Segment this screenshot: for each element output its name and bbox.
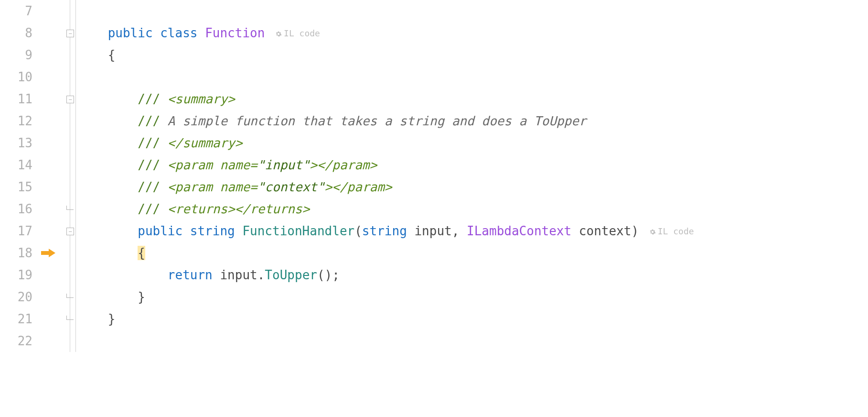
fold-toggle-icon[interactable]: − xyxy=(66,228,74,235)
line-number: 11 xyxy=(0,88,32,110)
il-code-inlay[interactable]: IL code xyxy=(639,226,694,236)
code-line[interactable]: } xyxy=(78,286,868,308)
fold-column[interactable]: −−− xyxy=(64,0,76,352)
code-line[interactable]: /// <param name="context"></param> xyxy=(78,176,868,198)
fold-end-icon xyxy=(66,316,74,320)
fold-end-icon xyxy=(66,294,74,298)
gutter: 78910111213141516171819202122 xyxy=(0,0,35,352)
line-number: 17 xyxy=(0,220,32,242)
line-number: 18 xyxy=(0,242,32,264)
code-line[interactable]: /// </summary> xyxy=(78,132,868,154)
code-line[interactable] xyxy=(78,330,868,352)
execution-pointer-icon xyxy=(41,242,57,264)
svg-marker-0 xyxy=(41,249,55,257)
code-line[interactable]: public string FunctionHandler(string inp… xyxy=(78,220,868,242)
code-line[interactable]: public class Function IL code xyxy=(78,22,868,44)
code-editor[interactable]: 78910111213141516171819202122 −−− public… xyxy=(0,0,868,352)
line-number: 9 xyxy=(0,44,32,66)
line-number: 15 xyxy=(0,176,32,198)
line-number: 19 xyxy=(0,264,32,286)
line-number: 12 xyxy=(0,110,32,132)
line-number: 10 xyxy=(0,66,32,88)
code-line[interactable]: /// <returns></returns> xyxy=(78,198,868,220)
code-line[interactable] xyxy=(78,0,868,22)
line-number: 13 xyxy=(0,132,32,154)
exec-arrow-col xyxy=(35,0,64,352)
il-code-inlay[interactable]: IL code xyxy=(265,28,320,38)
line-number: 16 xyxy=(0,198,32,220)
fold-end-icon xyxy=(66,206,74,210)
code-line[interactable]: { xyxy=(78,44,868,66)
line-number: 22 xyxy=(0,330,32,352)
code-line[interactable]: } xyxy=(78,308,868,330)
line-number: 20 xyxy=(0,286,32,308)
line-number: 7 xyxy=(0,0,32,22)
code-line[interactable]: /// <param name="input"></param> xyxy=(78,154,868,176)
code-line[interactable]: { xyxy=(78,242,868,264)
line-number: 21 xyxy=(0,308,32,330)
line-number: 14 xyxy=(0,154,32,176)
fold-toggle-icon[interactable]: − xyxy=(66,30,74,37)
line-number: 8 xyxy=(0,22,32,44)
code-line[interactable]: /// A simple function that takes a strin… xyxy=(78,110,868,132)
code-line[interactable]: return input.ToUpper(); xyxy=(78,264,868,286)
code-line[interactable]: /// <summary> xyxy=(78,88,868,110)
code-area[interactable]: public class Function IL code { /// <sum… xyxy=(76,0,868,352)
code-line[interactable] xyxy=(78,66,868,88)
fold-toggle-icon[interactable]: − xyxy=(66,96,74,103)
